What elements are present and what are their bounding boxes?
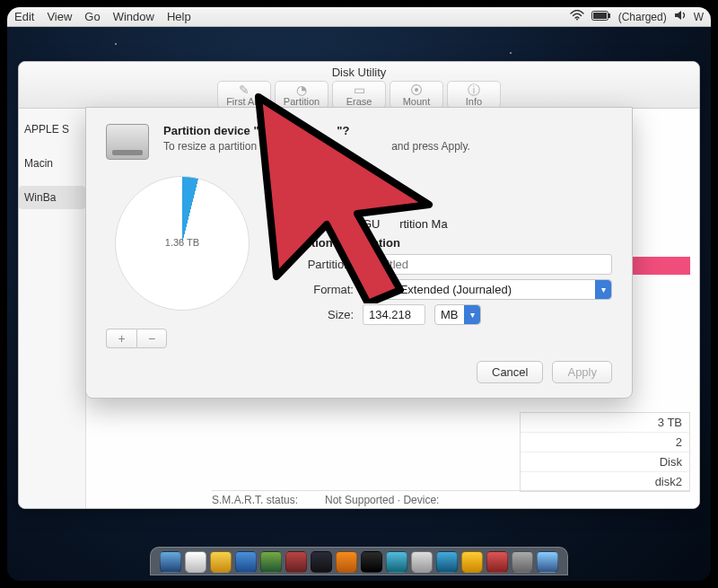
partition-sheet: Partition device " "? To resize a partit… <box>85 107 633 399</box>
device-info-title: Device <box>285 181 612 195</box>
menu-edit[interactable]: Edit <box>14 10 34 23</box>
disk-utility-window: Disk Utility ✎First Aid ◔Partition ▭Eras… <box>18 61 700 509</box>
format-label: Format: <box>285 283 354 296</box>
sheet-title: Partition device " "? <box>163 124 470 137</box>
partition-label: Partition: <box>285 258 354 271</box>
dock-app-icon[interactable] <box>336 551 357 573</box>
macos-menubar: Edit View Go Window Help (Charged) W <box>7 7 711 27</box>
svg-rect-3 <box>609 13 610 18</box>
dock-app-icon[interactable] <box>235 551 257 573</box>
svg-rect-2 <box>593 13 607 19</box>
dock-app-icon[interactable] <box>260 551 282 573</box>
toolbar-first-aid[interactable]: ✎First Aid <box>217 81 271 109</box>
toolbar-partition[interactable]: ◔Partition <box>275 81 328 109</box>
dock-app-icon[interactable] <box>486 551 508 573</box>
scheme-label: Scheme: <box>285 217 354 231</box>
device-label: Device: <box>285 199 354 213</box>
menu-right-tail: W <box>694 11 704 23</box>
chevron-updown-icon: ▾ <box>464 305 480 324</box>
menu-view[interactable]: View <box>47 10 72 23</box>
chevron-updown-icon: ▾ <box>595 280 611 299</box>
status-line: S.M.A.R.T. status: Not Supported · Devic… <box>212 490 690 506</box>
dock-app-icon[interactable] <box>386 551 407 573</box>
dock-app-icon[interactable] <box>461 551 483 573</box>
battery-status: (Charged) <box>618 11 667 23</box>
pie-label: 1.36 TB <box>106 237 258 248</box>
format-select[interactable]: OS X Extended (Journaled) ▾ <box>363 279 612 300</box>
menu-help[interactable]: Help <box>167 10 191 23</box>
remove-partition-button[interactable]: − <box>136 329 167 348</box>
dock-app-icon[interactable] <box>210 551 232 573</box>
battery-icon[interactable] <box>591 11 611 23</box>
size-unit-select[interactable]: MB ▾ <box>434 304 481 325</box>
window-titlebar: Disk Utility ✎First Aid ◔Partition ▭Eras… <box>19 62 699 109</box>
wifi-icon[interactable] <box>570 10 584 23</box>
add-partition-button[interactable]: + <box>106 329 136 348</box>
size-input[interactable] <box>363 304 425 325</box>
dock-app-icon[interactable] <box>285 551 307 573</box>
dock-app-icon[interactable] <box>512 551 533 573</box>
dock-app-icon[interactable] <box>160 551 181 573</box>
dock-app-icon[interactable] <box>436 551 458 573</box>
sidebar: APPLE S Macin WinBa <box>19 109 86 508</box>
dock-app-icon[interactable] <box>537 551 558 573</box>
cancel-button[interactable]: Cancel <box>477 361 543 383</box>
hdd-icon <box>106 124 149 160</box>
apply-button[interactable]: Apply <box>552 361 612 383</box>
scheme-value: GU rtition Ma <box>363 217 448 231</box>
svg-point-0 <box>576 19 578 21</box>
dock-app-icon[interactable] <box>361 551 382 573</box>
sidebar-item-winbackup[interactable]: WinBa <box>19 186 85 209</box>
menu-window[interactable]: Window <box>113 10 154 23</box>
menu-go[interactable]: Go <box>84 10 100 23</box>
device-info-table: 3 TB 2 Disk disk2 <box>520 412 690 492</box>
sheet-subtitle: To resize a partition on the and press A… <box>163 140 470 153</box>
window-title: Disk Utility <box>332 66 387 79</box>
toolbar-mount[interactable]: ⦿Mount <box>390 81 443 109</box>
partition-info-title: Partition Information <box>285 236 612 250</box>
dock[interactable] <box>150 547 568 575</box>
volume-icon[interactable] <box>674 10 687 23</box>
size-label: Size: <box>285 308 354 321</box>
dock-app-icon[interactable] <box>311 551 332 573</box>
dock-app-icon[interactable] <box>411 551 433 573</box>
dock-app-icon[interactable] <box>185 551 206 573</box>
sidebar-item-macintosh[interactable]: Macin <box>19 152 85 175</box>
toolbar: ✎First Aid ◔Partition ▭Erase ⦿Mount ⓘInf… <box>217 81 501 109</box>
sidebar-item-apple-ssd[interactable]: APPLE S <box>19 118 85 141</box>
partition-name-input[interactable] <box>363 254 612 275</box>
toolbar-erase[interactable]: ▭Erase <box>332 81 386 109</box>
toolbar-info[interactable]: ⓘInfo <box>447 81 501 109</box>
